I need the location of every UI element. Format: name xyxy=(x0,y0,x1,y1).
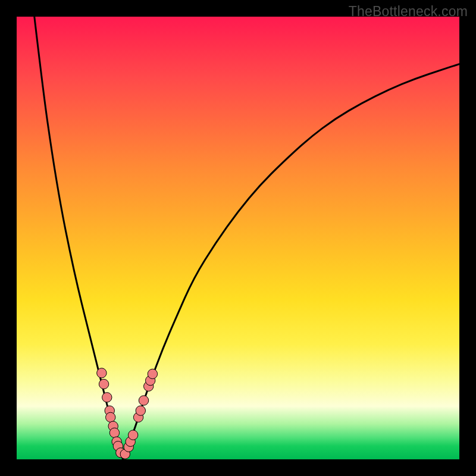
curve-overlay xyxy=(17,17,459,459)
watermark-text: TheBottleneck.com xyxy=(349,4,468,20)
data-marker xyxy=(136,406,145,415)
data-marker xyxy=(109,428,119,437)
data-marker xyxy=(99,379,108,389)
data-marker xyxy=(97,368,107,378)
plot-area xyxy=(17,17,459,459)
data-marker xyxy=(139,396,148,405)
data-marker xyxy=(106,412,115,422)
curve-right-branch xyxy=(123,64,459,459)
data-marker xyxy=(148,369,157,378)
data-marker xyxy=(102,393,112,402)
data-marker xyxy=(128,430,137,440)
outer-frame: TheBottleneck.com xyxy=(0,0,476,476)
marker-group xyxy=(97,368,158,459)
